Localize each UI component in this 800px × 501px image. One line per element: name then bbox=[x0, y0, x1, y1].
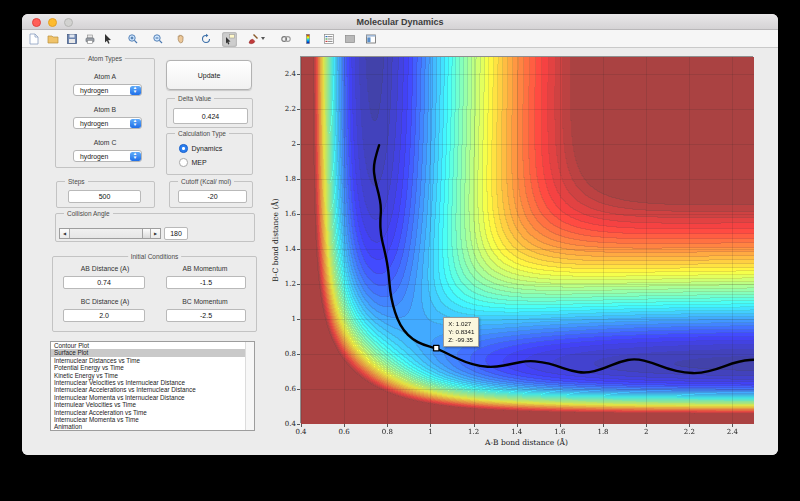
ab-momentum-field[interactable]: -1.5 bbox=[166, 276, 246, 289]
dock-figure-icon[interactable] bbox=[363, 32, 378, 47]
title-bar: Molecular Dynamics bbox=[22, 14, 778, 30]
steps-field[interactable]: 500 bbox=[68, 190, 141, 203]
pan-hand-icon[interactable] bbox=[173, 32, 188, 47]
brush-icon[interactable] bbox=[245, 32, 260, 47]
atom-b-dropdown[interactable]: hydrogen ▲▼ bbox=[73, 117, 142, 129]
atom-a-label: Atom A bbox=[94, 73, 116, 80]
tick-mark bbox=[387, 424, 388, 427]
open-file-icon[interactable] bbox=[45, 32, 60, 47]
list-item[interactable]: Internuclear Momenta vs Internuclear Dis… bbox=[51, 394, 254, 401]
dynamics-radio-row[interactable]: Dynamics bbox=[179, 144, 222, 153]
collision-angle-group: Collision Angle ◀ ▶ 180 bbox=[55, 213, 255, 242]
insert-legend-icon[interactable] bbox=[321, 32, 336, 47]
atom-c-dropdown[interactable]: hydrogen ▲▼ bbox=[73, 150, 142, 162]
zoom-out-icon[interactable] bbox=[150, 32, 165, 47]
ytick-label: 0.6 bbox=[285, 385, 296, 393]
stepper-icon: ▲▼ bbox=[130, 86, 141, 95]
ab-distance-label: AB Distance (A) bbox=[81, 265, 129, 272]
insert-colorbar-icon[interactable] bbox=[300, 32, 315, 47]
bc-momentum-field[interactable]: -2.5 bbox=[166, 309, 246, 322]
tick-mark bbox=[732, 424, 733, 427]
list-item[interactable]: Internulear Velocities vs Time bbox=[51, 401, 254, 408]
list-item[interactable]: Animation bbox=[51, 423, 254, 430]
potential-energy-surface-canvas[interactable] bbox=[301, 57, 754, 424]
xtick-label: 0.6 bbox=[339, 428, 350, 436]
delta-value-group: Delta Value 0.424 bbox=[166, 98, 253, 128]
xtick-label: 2.2 bbox=[684, 428, 695, 436]
datatip-y: Y: 0.8341 bbox=[448, 328, 474, 336]
tick-mark bbox=[297, 319, 300, 320]
list-item[interactable]: Surface Plot bbox=[51, 349, 254, 356]
bc-momentum-label: BC Momentum bbox=[182, 298, 227, 305]
xtick-label: 1.8 bbox=[597, 428, 608, 436]
ytick-label: 0.4 bbox=[285, 420, 296, 428]
listbox-scrollbar[interactable] bbox=[245, 342, 254, 430]
tick-mark bbox=[689, 424, 690, 427]
slider-right-arrow-icon[interactable]: ▶ bbox=[150, 229, 160, 238]
xtick-label: 0.8 bbox=[382, 428, 393, 436]
update-button[interactable]: Update bbox=[166, 60, 252, 90]
tick-mark bbox=[297, 424, 300, 425]
ytick-label: 1.8 bbox=[285, 175, 296, 183]
edit-plot-icon[interactable] bbox=[100, 32, 115, 47]
data-cursor-tooltip[interactable]: X: 1.027 Y: 0.8341 Z: -99.35 bbox=[443, 317, 479, 347]
mep-radio-row[interactable]: MEP bbox=[179, 158, 207, 167]
mep-radio[interactable] bbox=[179, 158, 188, 167]
data-cursor-icon[interactable] bbox=[222, 32, 237, 47]
list-item[interactable]: Potential Energy vs Time bbox=[51, 364, 254, 371]
delta-value-field[interactable]: 0.424 bbox=[173, 108, 248, 124]
tick-mark bbox=[517, 424, 518, 427]
zoom-in-icon[interactable] bbox=[125, 32, 140, 47]
ytick-label: 1.2 bbox=[285, 280, 296, 288]
dynamics-radio[interactable] bbox=[179, 144, 188, 153]
xtick-label: 1.6 bbox=[554, 428, 565, 436]
mep-radio-label: MEP bbox=[192, 159, 207, 166]
figure-toolbar bbox=[22, 30, 778, 48]
collision-angle-slider[interactable]: ◀ ▶ bbox=[59, 228, 161, 239]
print-figure-icon[interactable] bbox=[82, 32, 97, 47]
ytick-label: 2.4 bbox=[285, 70, 296, 78]
contour-plot-axes: A-B bond distance (Å) B-C bond distance … bbox=[300, 56, 753, 423]
list-item[interactable]: Internuclear Velocities vs Internuclear … bbox=[51, 379, 254, 386]
tick-mark bbox=[646, 424, 647, 427]
slider-track[interactable] bbox=[70, 229, 150, 238]
list-item[interactable]: Internuclear Acceleration vs Time bbox=[51, 409, 254, 416]
tick-mark bbox=[297, 249, 300, 250]
tick-mark bbox=[474, 424, 475, 427]
bc-distance-label: BC Distance (A) bbox=[81, 298, 130, 305]
plot-type-listbox[interactable]: Contour Plot Surface Plot Internuclear D… bbox=[50, 341, 255, 431]
list-item[interactable]: Internuclear Accelerations vs Internucle… bbox=[51, 386, 254, 393]
xtick-label: 1.2 bbox=[468, 428, 479, 436]
slider-thumb[interactable] bbox=[142, 229, 150, 238]
xtick-label: 2 bbox=[644, 428, 648, 436]
atom-types-title: Atom Types bbox=[85, 55, 125, 62]
cutoff-field[interactable]: -20 bbox=[178, 190, 247, 203]
link-plot-icon[interactable] bbox=[278, 32, 293, 47]
tick-mark bbox=[344, 424, 345, 427]
tick-mark bbox=[297, 354, 300, 355]
calculation-type-title: Calculation Type bbox=[175, 130, 229, 137]
bc-distance-field[interactable]: 2.0 bbox=[63, 309, 145, 322]
tick-mark bbox=[430, 424, 431, 427]
atom-b-label: Atom B bbox=[94, 106, 116, 113]
list-item[interactable]: Contour Plot bbox=[51, 342, 254, 349]
tick-mark bbox=[560, 424, 561, 427]
list-item[interactable]: Kinetic Energy vs Time bbox=[51, 372, 254, 379]
ab-distance-field[interactable]: 0.74 bbox=[63, 276, 145, 289]
list-item[interactable]: Internuclear Distances vs Time bbox=[51, 357, 254, 364]
rotate-3d-icon[interactable] bbox=[198, 32, 213, 47]
window-title: Molecular Dynamics bbox=[22, 14, 778, 30]
new-figure-icon[interactable] bbox=[26, 32, 41, 47]
slider-left-arrow-icon[interactable]: ◀ bbox=[60, 229, 70, 238]
brush-dropdown-caret-icon[interactable] bbox=[261, 37, 265, 40]
atom-a-dropdown[interactable]: hydrogen ▲▼ bbox=[73, 84, 142, 96]
hide-plot-tools-icon[interactable] bbox=[342, 32, 357, 47]
initial-conditions-group: Initial Conditions AB Distance (A) AB Mo… bbox=[52, 256, 257, 332]
list-item[interactable]: Internuclear Momenta vs Time bbox=[51, 416, 254, 423]
collision-angle-field[interactable]: 180 bbox=[164, 227, 188, 240]
initial-conditions-title: Initial Conditions bbox=[128, 253, 182, 260]
collision-angle-title: Collision Angle bbox=[64, 210, 113, 217]
ytick-label: 1.6 bbox=[285, 210, 296, 218]
tick-mark bbox=[297, 284, 300, 285]
save-figure-icon[interactable] bbox=[64, 32, 79, 47]
